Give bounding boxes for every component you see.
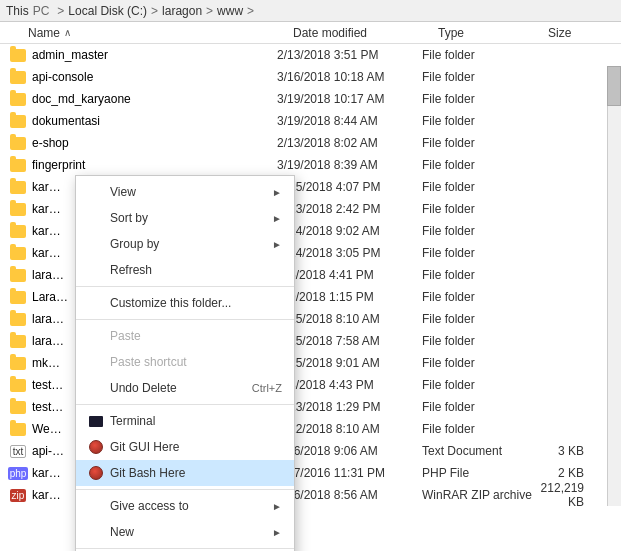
menu-divider-5 [76, 548, 294, 549]
paste-shortcut-icon [88, 354, 104, 370]
menu-label-new: New [110, 525, 134, 539]
menu-item-git-bash[interactable]: Git Bash Here [76, 460, 294, 486]
table-row[interactable]: admin_master 2/13/2018 3:51 PM File fold… [0, 44, 621, 66]
title-bar: This PC > Local Disk (C:) > laragon > ww… [0, 0, 621, 22]
col-header-date[interactable]: Date modified [293, 26, 438, 40]
menu-item-view[interactable]: View ► [76, 179, 294, 205]
menu-label-sort-by: Sort by [110, 211, 148, 225]
breadcrumb-sep-arrow4: > [247, 4, 254, 18]
terminal-icon [88, 413, 104, 429]
submenu-arrow-group-by: ► [272, 239, 282, 250]
table-row[interactable]: doc_md_karyaone 3/19/2018 10:17 AM File … [0, 88, 621, 110]
folder-icon [8, 91, 28, 107]
menu-item-terminal[interactable]: Terminal [76, 408, 294, 434]
menu-divider-1 [76, 286, 294, 287]
breadcrumb-sep1: PC [33, 4, 50, 18]
submenu-arrow-sort-by: ► [272, 213, 282, 224]
menu-divider-4 [76, 489, 294, 490]
breadcrumb-local-disk[interactable]: Local Disk (C:) [68, 4, 147, 18]
menu-item-paste[interactable]: Paste [76, 323, 294, 349]
breadcrumb-www[interactable]: www [217, 4, 243, 18]
col-header-type[interactable]: Type [438, 26, 548, 40]
menu-label-group-by: Group by [110, 237, 159, 251]
give-access-icon [88, 498, 104, 514]
submenu-arrow-give-access: ► [272, 501, 282, 512]
folder-icon [8, 267, 28, 283]
customize-icon [88, 295, 104, 311]
folder-icon [8, 377, 28, 393]
paste-icon [88, 328, 104, 344]
breadcrumb-sep-arrow3: > [206, 4, 213, 18]
breadcrumb-sep-arrow2: > [151, 4, 158, 18]
folder-icon [8, 421, 28, 437]
git-gui-icon [88, 439, 104, 455]
table-row[interactable]: fingerprint 3/19/2018 8:39 AM File folde… [0, 154, 621, 176]
menu-label-refresh: Refresh [110, 263, 152, 277]
menu-item-paste-shortcut[interactable]: Paste shortcut [76, 349, 294, 375]
folder-icon [8, 355, 28, 371]
php-file-icon: php [8, 465, 28, 481]
folder-icon [8, 179, 28, 195]
context-menu: View ► Sort by ► Group by ► Refresh Cust… [75, 175, 295, 551]
breadcrumb-laragon[interactable]: laragon [162, 4, 202, 18]
scrollbar-thumb[interactable] [607, 66, 621, 106]
menu-divider-3 [76, 404, 294, 405]
group-by-icon [88, 236, 104, 252]
menu-label-terminal: Terminal [110, 414, 155, 428]
menu-label-git-bash: Git Bash Here [110, 466, 185, 480]
menu-item-refresh[interactable]: Refresh [76, 257, 294, 283]
submenu-arrow-view: ► [272, 187, 282, 198]
menu-label-undo-delete: Undo Delete [110, 381, 177, 395]
folder-icon [8, 289, 28, 305]
menu-label-customize: Customize this folder... [110, 296, 231, 310]
folder-icon [8, 333, 28, 349]
menu-label-view: View [110, 185, 136, 199]
scrollbar-track[interactable] [607, 66, 621, 506]
menu-item-new[interactable]: New ► [76, 519, 294, 545]
txt-file-icon: txt [8, 443, 28, 459]
menu-item-git-gui[interactable]: Git GUI Here [76, 434, 294, 460]
menu-item-sort-by[interactable]: Sort by ► [76, 205, 294, 231]
column-headers: Name ∧ Date modified Type Size [0, 22, 621, 44]
folder-icon [8, 201, 28, 217]
new-icon [88, 524, 104, 540]
undo-shortcut-label: Ctrl+Z [252, 382, 282, 394]
folder-icon [8, 311, 28, 327]
table-row[interactable]: api-console 3/16/2018 10:18 AM File fold… [0, 66, 621, 88]
refresh-icon [88, 262, 104, 278]
menu-item-give-access[interactable]: Give access to ► [76, 493, 294, 519]
menu-item-undo-delete[interactable]: Undo Delete Ctrl+Z [76, 375, 294, 401]
folder-icon [8, 113, 28, 129]
submenu-arrow-new: ► [272, 527, 282, 538]
git-bash-icon [88, 465, 104, 481]
folder-icon [8, 47, 28, 63]
table-row[interactable]: e-shop 2/13/2018 8:02 AM File folder [0, 132, 621, 154]
folder-icon [8, 399, 28, 415]
col-header-name[interactable]: Name ∧ [28, 26, 293, 40]
menu-label-git-gui: Git GUI Here [110, 440, 179, 454]
folder-icon [8, 69, 28, 85]
menu-label-paste-shortcut: Paste shortcut [110, 355, 187, 369]
menu-divider-2 [76, 319, 294, 320]
menu-label-give-access: Give access to [110, 499, 189, 513]
menu-label-paste: Paste [110, 329, 141, 343]
breadcrumb-sep-arrow1: > [57, 4, 64, 18]
zip-file-icon: zip [8, 487, 28, 503]
folder-icon [8, 135, 28, 151]
menu-item-group-by[interactable]: Group by ► [76, 231, 294, 257]
folder-icon [8, 157, 28, 173]
menu-item-customize[interactable]: Customize this folder... [76, 290, 294, 316]
table-row[interactable]: dokumentasi 3/19/2018 8:44 AM File folde… [0, 110, 621, 132]
sort-arrow-icon: ∧ [64, 27, 71, 38]
folder-icon [8, 245, 28, 261]
breadcrumb-this: This [6, 4, 29, 18]
folder-icon [8, 223, 28, 239]
view-icon [88, 184, 104, 200]
undo-delete-icon [88, 380, 104, 396]
col-header-size[interactable]: Size [548, 26, 608, 40]
sort-by-icon [88, 210, 104, 226]
